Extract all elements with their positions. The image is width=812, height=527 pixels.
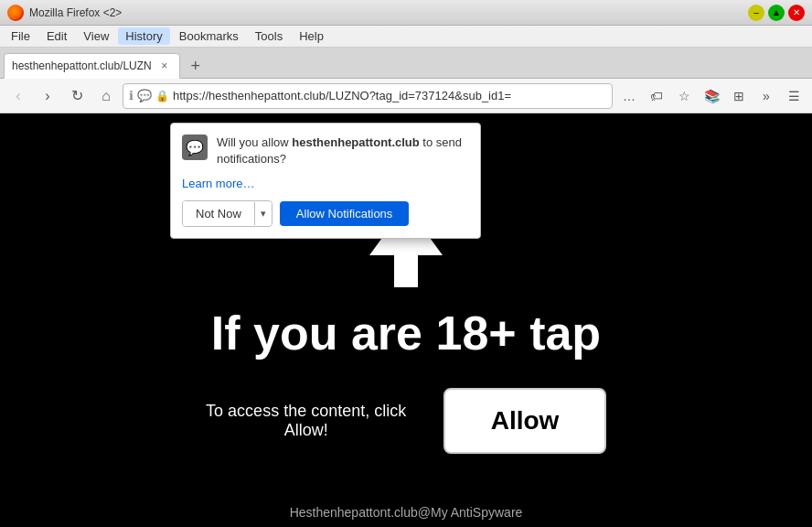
menu-edit[interactable]: Edit — [39, 27, 74, 45]
tab-title: hesthenhepattont.club/LUZN — [12, 59, 152, 72]
tabbar: hesthenhepattont.club/LUZN × + — [0, 48, 812, 79]
notification-text-before: Will you allow — [217, 135, 292, 149]
notification-chat-icon: 💬 — [182, 134, 208, 160]
notification-permission-icon: 💬 — [137, 89, 152, 102]
close-button[interactable]: ✕ — [788, 5, 805, 21]
firefox-logo-icon — [7, 5, 24, 21]
notification-header: 💬 Will you allow hesthenhepattont.club t… — [182, 134, 469, 167]
titlebar-title: Mozilla Firefox <2> — [29, 6, 122, 19]
library-button[interactable]: 📚 — [699, 83, 724, 109]
notification-popup: 💬 Will you allow hesthenhepattont.club t… — [170, 123, 481, 239]
allow-page-button[interactable]: Allow — [443, 388, 607, 454]
menu-tools[interactable]: Tools — [248, 27, 290, 45]
titlebar-controls: – ▲ ✕ — [748, 5, 805, 21]
forward-button[interactable]: › — [35, 83, 60, 109]
minimize-button[interactable]: – — [748, 5, 764, 21]
menu-file[interactable]: File — [4, 27, 37, 45]
menubar: File Edit View History Bookmarks Tools H… — [0, 26, 812, 48]
titlebar-left: Mozilla Firefox <2> — [7, 5, 122, 21]
notification-site: hesthenhepattont.club — [292, 135, 419, 149]
page-footer: Hesthenhepattont.club@My AntiSpyware — [290, 505, 523, 520]
nav-extras: … 🏷 ☆ 📚 ⊞ » ☰ — [616, 83, 807, 109]
more-button[interactable]: … — [616, 83, 642, 109]
allow-notifications-button[interactable]: Allow Notifications — [280, 201, 410, 226]
reload-button[interactable]: ↻ — [64, 83, 90, 109]
page-main-text: If you are 18+ tap — [211, 306, 601, 360]
maximize-button[interactable]: ▲ — [768, 5, 785, 21]
url-text: https://hesthenhepattont.club/LUZNO?tag_… — [173, 89, 606, 102]
menu-help[interactable]: Help — [292, 27, 331, 45]
tab-close-button[interactable]: × — [157, 59, 172, 73]
menu-history[interactable]: History — [118, 27, 169, 45]
not-now-wrapper: Not Now ▾ — [182, 200, 272, 227]
hamburger-button[interactable]: ☰ — [781, 83, 807, 109]
menu-bookmarks[interactable]: Bookmarks — [172, 27, 246, 45]
not-now-dropdown-button[interactable]: ▾ — [254, 202, 272, 225]
active-tab[interactable]: hesthenhepattont.club/LUZN × — [4, 53, 180, 79]
page-bottom: To access the content, click Allow! Allo… — [206, 388, 607, 454]
menu-view[interactable]: View — [76, 27, 116, 45]
lock-icon: 🔒 — [155, 90, 169, 102]
sync-button[interactable]: ⊞ — [726, 83, 752, 109]
address-bar[interactable]: ℹ 💬 🔒 https://hesthenhepattont.club/LUZN… — [123, 83, 613, 109]
arrow-stem — [394, 255, 418, 287]
bookmark-button[interactable]: ☆ — [671, 83, 697, 109]
info-icon: ℹ — [129, 89, 134, 102]
pocket-button[interactable]: 🏷 — [644, 83, 669, 109]
titlebar: Mozilla Firefox <2> – ▲ ✕ — [0, 0, 812, 26]
main-content: 💬 Will you allow hesthenhepattont.club t… — [0, 113, 812, 527]
not-now-button[interactable]: Not Now — [183, 201, 254, 226]
overflow-button[interactable]: » — [753, 83, 779, 109]
page-sub-text: To access the content, click Allow! — [206, 402, 407, 440]
notification-text: Will you allow hesthenhepattont.club to … — [217, 134, 469, 167]
home-button[interactable]: ⌂ — [93, 83, 119, 109]
new-tab-button[interactable]: + — [184, 54, 208, 78]
learn-more-link[interactable]: Learn more… — [182, 177, 254, 190]
navbar: ‹ › ↻ ⌂ ℹ 💬 🔒 https://hesthenhepattont.c… — [0, 79, 812, 113]
back-button[interactable]: ‹ — [5, 83, 31, 109]
notification-buttons: Not Now ▾ Allow Notifications — [182, 200, 469, 227]
